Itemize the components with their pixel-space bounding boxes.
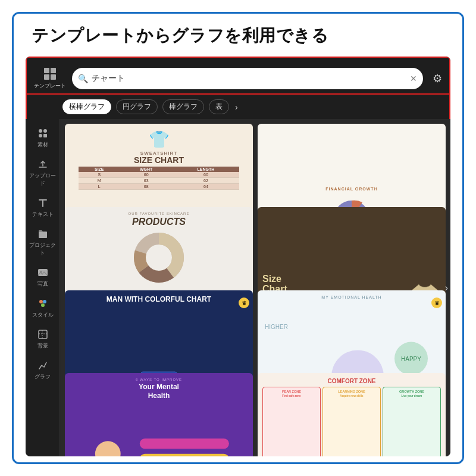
svg-point-48 xyxy=(95,441,121,456)
size-chart-title: SIZE CHART xyxy=(134,156,184,164)
template-card-comfort[interactable]: COMFORT ZONE FEAR ZONE Find safe zone LE… xyxy=(258,373,446,456)
page-title: テンプレートからグラフを利用できる xyxy=(26,24,329,47)
products-title: PRODUCTS xyxy=(132,217,186,227)
svg-rect-50 xyxy=(140,439,229,449)
svg-rect-2 xyxy=(44,74,49,80)
svg-rect-7 xyxy=(43,134,47,137)
comfort-zone-learning: LEARNING ZONE Acquire new skills xyxy=(322,387,381,456)
sidebar-label-style: スタイル xyxy=(32,311,54,319)
filter-tags-bar: 横棒グラフ 円グラフ 棒グラフ 表 › xyxy=(26,95,450,119)
svg-point-12 xyxy=(41,303,45,307)
template-icon xyxy=(43,67,57,80)
template-card-ways[interactable]: 6 WAYS TO IMPROVE Your MentalHealth xyxy=(65,373,253,456)
sidebar-item-style[interactable]: スタイル xyxy=(26,294,60,322)
sidebar-label-sozai: 素材 xyxy=(37,141,48,149)
comfort-zone-fear: FEAR ZONE Find safe zone xyxy=(262,387,321,456)
sidebar-item-text[interactable]: テキスト xyxy=(26,193,60,222)
background-icon xyxy=(37,328,49,340)
sidebar-label-project: プロジェクト xyxy=(28,242,57,257)
ways-title: Your MentalHealth xyxy=(139,383,179,400)
products-subtitle: OUR FAVOURITE SKINCARE xyxy=(129,212,190,215)
svg-point-11 xyxy=(43,300,46,303)
search-bar[interactable]: 🔍 チャート ✕ xyxy=(72,68,423,89)
outer-card: テンプレートからグラフを利用できる テンプレート 🔍 チャート ✕ ⚙ xyxy=(12,12,464,464)
comfort-zone-growth: GROWTH ZONE Live your dream xyxy=(383,387,441,456)
filter-icon[interactable]: ⚙ xyxy=(433,72,442,85)
photo-icon xyxy=(37,267,49,278)
svg-point-10 xyxy=(39,300,43,303)
ways-top-label: 6 WAYS TO IMPROVE xyxy=(136,378,182,381)
svg-point-5 xyxy=(43,129,47,133)
size-chart-table: SIZE WGHT LENGTH S6060 M6362 xyxy=(79,167,239,190)
sidebar-label-graph: グラフ xyxy=(35,373,51,381)
svg-text:HAPPY: HAPPY xyxy=(401,355,421,362)
sidebar-item-photos[interactable]: 写真 xyxy=(26,263,60,292)
sidebar-label-upload: アップロード xyxy=(28,172,57,187)
man-chart-title: MAN WITH COLORFUL CHART xyxy=(107,295,211,303)
template-grid: 👕 SWEATSHIRT SIZE CHART SIZE WGHT LENGTH xyxy=(60,119,450,456)
app-window: テンプレート 🔍 チャート ✕ ⚙ 横棒グラフ 円グラフ 棒グラフ 表 › xyxy=(26,57,450,456)
clear-icon[interactable]: ✕ xyxy=(410,74,417,83)
text-icon xyxy=(37,197,49,209)
sidebar: 素材 アップロード テキスト xyxy=(26,119,60,456)
top-bar: テンプレート 🔍 チャート ✕ ⚙ xyxy=(26,57,450,95)
donut-chart xyxy=(132,231,186,284)
sidebar-item-upload[interactable]: アップロード xyxy=(26,155,60,191)
chart-icon xyxy=(37,359,49,371)
svg-point-21 xyxy=(148,247,170,268)
grid-icon xyxy=(37,127,49,139)
filter-tag-2[interactable]: 棒グラフ xyxy=(162,99,204,114)
scroll-arrow[interactable]: › xyxy=(445,283,448,293)
ways-illustration xyxy=(70,402,248,456)
table-row: L6864 xyxy=(79,184,239,190)
folder-icon xyxy=(37,228,49,240)
search-text: チャート xyxy=(92,73,406,84)
sidebar-item-sozai[interactable]: 素材 xyxy=(26,124,60,152)
search-icon: 🔍 xyxy=(78,74,88,83)
template-tab[interactable]: テンプレート xyxy=(34,67,66,90)
filter-tag-0[interactable]: 横棒グラフ xyxy=(62,99,111,114)
style-icon xyxy=(37,298,49,309)
crown-badge: ♛ xyxy=(431,298,442,308)
comfort-title: COMFORT ZONE xyxy=(262,378,441,384)
comfort-zones-row: FEAR ZONE Find safe zone LEARNING ZONE A… xyxy=(262,387,441,456)
table-row: S6060 xyxy=(79,172,239,178)
crown-badge: ♛ xyxy=(239,298,249,308)
template-label: テンプレート xyxy=(34,82,66,90)
financial-title: FINANCIAL GROWTH xyxy=(325,187,377,191)
filter-tags-chevron[interactable]: › xyxy=(235,102,238,112)
svg-rect-13 xyxy=(39,330,47,339)
filter-tag-3[interactable]: 表 xyxy=(209,99,229,114)
sidebar-label-photos: 写真 xyxy=(37,280,48,288)
sidebar-item-bg[interactable]: 背景 xyxy=(26,325,60,353)
main-content: 素材 アップロード テキスト xyxy=(26,119,450,456)
svg-rect-1 xyxy=(51,68,56,73)
emotional-title: MY EMOTIONAL HEALTH xyxy=(321,295,381,299)
sidebar-item-project[interactable]: プロジェクト xyxy=(26,224,60,261)
svg-rect-3 xyxy=(51,74,56,80)
svg-text:HIGHER: HIGHER xyxy=(265,323,288,330)
wght-col-header: WGHT xyxy=(120,167,173,172)
svg-rect-8 xyxy=(38,269,48,276)
table-row: M6362 xyxy=(79,178,239,184)
sidebar-label-bg: 背景 xyxy=(37,342,48,350)
svg-rect-51 xyxy=(140,454,229,456)
size-col-header: SIZE xyxy=(79,167,120,172)
upload-icon xyxy=(37,158,49,170)
sweatshirt-icon: 👕 xyxy=(149,130,170,149)
filter-tag-1[interactable]: 円グラフ xyxy=(116,99,158,114)
svg-rect-0 xyxy=(44,68,49,73)
svg-point-6 xyxy=(39,134,42,137)
length-col-header: LENGTH xyxy=(173,167,239,172)
sidebar-label-text: テキスト xyxy=(32,211,54,218)
svg-point-4 xyxy=(39,129,42,133)
sidebar-item-graph[interactable]: グラフ xyxy=(26,356,60,384)
